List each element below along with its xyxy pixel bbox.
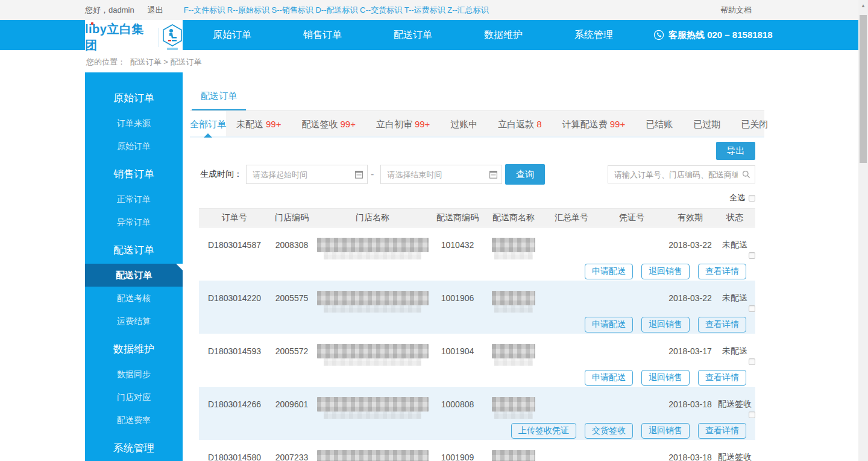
logo-caption-bar	[167, 48, 178, 50]
tab-delivery-orders[interactable]: 配送订单	[192, 81, 246, 110]
return-to-sales-button[interactable]: 退回销售	[641, 423, 690, 439]
active-tab-marker	[204, 133, 212, 138]
sidebar-item-original-orders[interactable]: 原始订单	[85, 135, 183, 157]
valid-date: 2018-03-22	[664, 227, 716, 262]
view-detail-button[interactable]: 查看详情	[698, 317, 746, 332]
sidebar-title-sales-orders: 销售订单	[85, 161, 183, 188]
sidebar-item-abnormal-orders[interactable]: 异常订单	[85, 211, 183, 234]
scrollbar-thumb[interactable]	[860, 15, 867, 163]
view-detail-button[interactable]: 查看详情	[698, 423, 746, 439]
apply-delivery-button[interactable]: 申请配送	[585, 264, 633, 279]
search-icon[interactable]	[742, 170, 750, 179]
subtab-posting[interactable]: 过账中	[440, 111, 488, 136]
col-supplier-name: 配送商名称	[483, 209, 544, 227]
sidebar-group-data-maintenance: 数据维护 数据同步 门店对应 配送费率	[85, 336, 183, 431]
sidebar-item-store-mapping[interactable]: 门店对应	[85, 386, 183, 409]
select-all-label[interactable]: 全选	[729, 192, 745, 203]
valid-date: 2018-03-22	[664, 281, 716, 316]
valid-date: 2018-03-18	[664, 440, 716, 461]
return-to-sales-button[interactable]: 退回销售	[641, 264, 690, 279]
user-greeting: 您好，dadmin	[85, 5, 134, 16]
order-no: D1803014580	[199, 440, 270, 461]
return-to-sales-button[interactable]: 退回销售	[641, 370, 690, 386]
hexagon-figure-icon	[162, 24, 183, 47]
apply-delivery-button[interactable]: 申请配送	[585, 317, 633, 332]
sidebar-group-delivery-orders: 配送订单 配送订单 配送考核 运费结算	[85, 237, 183, 332]
sidebar-item-order-source[interactable]: 订单来源	[85, 112, 183, 135]
subtab-calc-delivery-fee[interactable]: 计算配送费99+	[552, 111, 635, 136]
select-all-row: 全选	[190, 192, 764, 204]
end-time-input[interactable]	[380, 165, 502, 184]
subtab-all-orders[interactable]: 全部订单	[190, 111, 226, 136]
order-row-block: D1803014266 2009601 1000808 2018-03-18 配…	[199, 387, 755, 440]
nav-item-sales-orders[interactable]: 销售订单	[277, 29, 368, 42]
apply-delivery-button[interactable]: 申请配送	[585, 370, 633, 386]
upload-receipt-button[interactable]: 上传签收凭证	[511, 423, 576, 439]
view-detail-button[interactable]: 查看详情	[698, 370, 746, 386]
subtab-liby-refund[interactable]: 立白返款8	[488, 111, 552, 136]
sidebar-item-delivery-orders[interactable]: 配送订单	[85, 264, 183, 287]
calendar-icon[interactable]	[489, 170, 497, 179]
page-scrollbar[interactable]: ▲	[858, 0, 868, 461]
col-store-name: 门店名称	[313, 209, 432, 227]
time-filter-label: 生成时间：	[200, 169, 242, 180]
subtab-closed[interactable]: 已关闭	[731, 111, 778, 136]
phone-icon	[653, 30, 664, 40]
query-button[interactable]: 查询	[505, 164, 545, 185]
nav-item-delivery-orders[interactable]: 配送订单	[368, 29, 458, 42]
help-doc-link[interactable]: 帮助文档	[720, 5, 752, 16]
subtab-liby-first-review[interactable]: 立白初审99+	[366, 111, 440, 136]
delivery-sign-button[interactable]: 交货签收	[585, 423, 633, 439]
calendar-icon[interactable]	[355, 170, 363, 179]
summary-no	[544, 281, 599, 316]
subtab-delivery-signed[interactable]: 配送签收99+	[291, 111, 365, 136]
row-checkbox[interactable]	[749, 252, 755, 259]
sidebar-group-system-management: 系统管理	[85, 435, 183, 461]
voucher-no	[599, 440, 664, 461]
logo-text: liby立白集团	[85, 21, 155, 54]
censored-store-name	[317, 450, 429, 461]
voucher-no	[599, 387, 664, 422]
nav-item-data-maintenance[interactable]: 数据维护	[458, 29, 549, 42]
subtab-undelivered[interactable]: 未配送99+	[226, 111, 291, 136]
start-time-input[interactable]	[246, 165, 368, 184]
subtab-settled[interactable]: 已结账	[635, 111, 683, 136]
sidebar-item-data-sync[interactable]: 数据同步	[85, 363, 183, 386]
logout-link[interactable]: 退出	[148, 5, 163, 16]
nav-item-original-orders[interactable]: 原始订单	[187, 29, 277, 42]
table-row: D1803014266 2009601 1000808 2018-03-18 配…	[199, 387, 755, 422]
search-input[interactable]	[608, 165, 755, 183]
export-button[interactable]: 导出	[716, 142, 755, 160]
nav-item-system-management[interactable]: 系统管理	[549, 29, 639, 42]
row-checkbox[interactable]	[749, 358, 755, 365]
logo[interactable]: liby立白集团	[85, 20, 183, 54]
order-row-block: D1803014220 2005575 1001906 2018-03-22 未…	[199, 281, 755, 334]
sidebar-group-sales-orders: 销售订单 正常订单 异常订单	[85, 161, 183, 234]
row-actions: 上传签收凭证 交货签收 退回销售 查看详情	[199, 422, 755, 440]
order-no: D1803014593	[199, 334, 270, 369]
row-checkbox[interactable]	[749, 305, 755, 312]
subtab-expired[interactable]: 已过期	[683, 111, 731, 136]
order-no: D1803014220	[199, 281, 270, 316]
view-detail-button[interactable]: 查看详情	[698, 264, 746, 279]
return-to-sales-button[interactable]: 退回销售	[641, 317, 690, 332]
count-badge: 99+	[266, 119, 281, 129]
sidebar-item-delivery-assessment[interactable]: 配送考核	[85, 287, 183, 310]
supplier-code: 1001906	[432, 281, 483, 316]
select-all-checkbox[interactable]	[749, 195, 755, 202]
sidebar-item-freight-settlement[interactable]: 运费结算	[85, 310, 183, 332]
sidebar-item-normal-orders[interactable]: 正常订单	[85, 188, 183, 211]
order-no: D1803014266	[199, 387, 270, 422]
summary-no	[544, 387, 599, 422]
col-supplier-code: 配送商编码	[432, 209, 483, 227]
order-no: D1803014587	[199, 227, 270, 262]
table-row: D1803014593 2005572 1001904 2018-03-17 未…	[199, 334, 755, 369]
status-text: 配送签收	[716, 440, 753, 461]
scroll-up-arrow-icon[interactable]: ▲	[858, 0, 868, 8]
row-checkbox[interactable]	[749, 412, 755, 418]
supplier-code: 1010432	[432, 227, 483, 262]
sidebar-item-delivery-rate[interactable]: 配送费率	[85, 409, 183, 431]
filter-bar: 生成时间： - 查询	[190, 164, 764, 185]
col-summary-no: 汇总单号	[544, 209, 599, 227]
sidebar-title-data-maintenance: 数据维护	[85, 336, 183, 363]
